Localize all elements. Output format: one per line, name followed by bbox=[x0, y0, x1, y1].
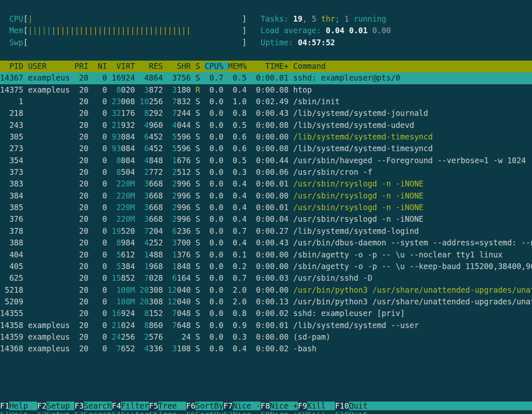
gap bbox=[191, 144, 195, 153]
process-row[interactable]: 5218 20 0 108M 20308 12040 S 0.0 2.0 0:0… bbox=[0, 284, 532, 296]
fkey-item-f9[interactable]: F9Kill bbox=[298, 402, 335, 410]
f9-key-label: F9 bbox=[298, 402, 307, 410]
virt-cell: 084 bbox=[121, 156, 135, 165]
gap bbox=[191, 86, 195, 94]
process-row[interactable]: 243 20 0 21932 4960 4044 S 0.0 0.5 0:00.… bbox=[0, 120, 532, 131]
gap bbox=[191, 191, 195, 200]
state-cell: S bbox=[195, 132, 200, 141]
res-cell: 4 bbox=[135, 156, 149, 165]
shr-cell: 596 bbox=[177, 132, 191, 141]
fkey-item-f10[interactable]: F10Quit bbox=[335, 402, 377, 410]
process-row[interactable]: 385 20 0 220M 3668 2996 S 0.0 0.4 0:00.0… bbox=[0, 202, 532, 213]
shr-cell: 24 bbox=[163, 333, 191, 341]
user-cell bbox=[28, 97, 74, 106]
pid-cell: 14355 bbox=[0, 309, 28, 318]
process-table-header[interactable]: PID USER PRI NI VIRT RES SHR S CPU% MEM%… bbox=[0, 61, 532, 72]
tasks-summary-segment: ; bbox=[335, 15, 344, 23]
shr-cell: 2 bbox=[163, 179, 177, 188]
process-row[interactable]: 14368 exampleus 20 0 7652 4336 3108 S 0.… bbox=[0, 343, 532, 355]
ni-cell: 0 bbox=[89, 250, 107, 259]
cpu-mem-time-cells: 0.0 0.5 0:00.08 bbox=[200, 121, 293, 130]
process-row[interactable]: 14367 exampleus 20 0 16924 4864 3756 S 0… bbox=[0, 72, 532, 84]
fkey-item-f3[interactable]: F3Search bbox=[74, 402, 112, 410]
meter-empty-space bbox=[32, 15, 242, 23]
user-cell bbox=[28, 191, 74, 200]
shr-cell: 2 bbox=[163, 203, 177, 212]
pid-cell: 376 bbox=[0, 215, 28, 223]
pid-cell: 384 bbox=[0, 191, 28, 200]
shr-cell: 1 bbox=[163, 250, 177, 259]
shr-cell: 2 bbox=[163, 215, 177, 223]
shr-cell: 376 bbox=[177, 250, 191, 259]
sort-column-cpu[interactable]: CPU% bbox=[205, 62, 228, 71]
pid-cell: 273 bbox=[0, 144, 28, 153]
process-row[interactable]: 405 20 0 5384 1968 1848 S 0.0 0.2 0:00.0… bbox=[0, 261, 532, 272]
process-row[interactable]: 14359 exampleus 20 0 24256 2576 24 S 0.0… bbox=[0, 331, 532, 343]
process-row[interactable]: 354 20 0 8084 4848 1676 S 0.0 0.5 0:00.4… bbox=[0, 155, 532, 167]
res-cell: 772 bbox=[149, 168, 163, 176]
res-cell: 308 bbox=[149, 286, 163, 294]
user-cell bbox=[28, 274, 74, 282]
process-row[interactable]: 376 20 0 220M 3668 2996 S 0.0 0.4 0:00.0… bbox=[0, 213, 532, 225]
res-cell: 488 bbox=[149, 250, 163, 259]
process-row[interactable]: 14358 exampleus 20 0 21024 8860 7648 S 0… bbox=[0, 320, 532, 331]
command-cell: /usr/bin/dbus-daemon --system --address=… bbox=[293, 238, 532, 247]
res-cell: 452 bbox=[149, 132, 163, 141]
fkey-item-f4[interactable]: F4Filter bbox=[112, 402, 149, 410]
process-row[interactable]: 404 20 0 5612 1488 1376 S 0.0 0.1 0:00.0… bbox=[0, 249, 532, 261]
shr-cell: 236 bbox=[177, 227, 191, 235]
cpu-mem-time-cells: 0.0 0.5 0:00.44 bbox=[200, 156, 293, 165]
process-row[interactable]: 14375 exampleus 20 0 8020 3872 3180 R 0.… bbox=[0, 84, 532, 96]
virt-cell: 008 bbox=[121, 97, 135, 106]
fkey-item-f8[interactable]: F8Nice + bbox=[261, 402, 298, 410]
pid-cell: 404 bbox=[0, 250, 28, 259]
ni-cell: 0 bbox=[89, 191, 107, 200]
pid-cell: 243 bbox=[0, 121, 28, 130]
state-cell: S bbox=[195, 203, 200, 212]
process-row[interactable]: 383 20 0 220M 3668 2996 S 0.0 0.4 0:00.0… bbox=[0, 178, 532, 190]
pri-cell: 20 bbox=[74, 309, 89, 318]
gap bbox=[191, 168, 195, 176]
process-row[interactable]: 625 20 0 15852 7028 6164 S 0.0 0.7 0:00.… bbox=[0, 272, 532, 284]
shr-cell: 832 bbox=[177, 97, 191, 106]
ni-cell: 0 bbox=[89, 121, 107, 130]
process-row[interactable]: 305 20 0 93084 6452 5596 S 0.0 0.6 0:00.… bbox=[0, 131, 532, 143]
shr-cell: 700 bbox=[177, 238, 191, 247]
f5-action-label: Tree bbox=[158, 402, 186, 410]
meter-close-bracket: ] bbox=[242, 26, 246, 35]
ni-cell: 0 bbox=[89, 203, 107, 212]
process-row[interactable]: 14355 20 0 16924 8152 7048 S 0.0 0.8 0:0… bbox=[0, 308, 532, 319]
process-row[interactable]: 5209 20 0 108M 20308 12040 S 0.0 2.0 0:0… bbox=[0, 296, 532, 308]
state-cell: S bbox=[195, 156, 200, 165]
state-cell: S bbox=[195, 191, 200, 200]
process-row[interactable]: 1 20 0 23008 10256 7832 S 0.0 1.0 0:02.4… bbox=[0, 96, 532, 108]
fkey-item-f2[interactable]: F2Setup bbox=[37, 402, 75, 410]
command-cell: /lib/systemd/systemd --user bbox=[293, 321, 419, 330]
virt-cell: 612 bbox=[121, 250, 135, 259]
meter-close-bracket: ] bbox=[242, 15, 246, 23]
shr-cell: 512 bbox=[177, 168, 191, 176]
process-row[interactable]: 218 20 0 32176 8292 7244 S 0.0 0.8 0:00.… bbox=[0, 108, 532, 119]
command-cell: -bash bbox=[293, 344, 316, 353]
process-row[interactable]: 378 20 0 19520 7204 6236 S 0.0 0.7 0:00.… bbox=[0, 225, 532, 237]
res-cell: 7 bbox=[135, 274, 149, 282]
pri-cell: 20 bbox=[74, 73, 89, 82]
res-cell: 152 bbox=[149, 309, 163, 318]
cpu-meter-bars-green: | bbox=[28, 15, 32, 23]
res-cell: 4 bbox=[135, 344, 149, 353]
virt-cell: 924 bbox=[121, 73, 135, 82]
fkey-item-f1[interactable]: F1Help bbox=[0, 402, 37, 410]
process-row[interactable]: 384 20 0 220M 3668 2996 S 0.0 0.4 0:00.0… bbox=[0, 190, 532, 202]
gap bbox=[246, 15, 261, 23]
fkey-item-f7[interactable]: F7Nice - bbox=[223, 402, 261, 410]
command-cell: /usr/sbin/rsyslogd -n -iNONE bbox=[293, 215, 423, 223]
process-row[interactable]: 373 20 0 8504 2772 2512 S 0.0 0.3 0:00.0… bbox=[0, 167, 532, 178]
res-cell: 1 bbox=[135, 250, 149, 259]
process-row[interactable]: 388 20 0 8984 4252 3700 S 0.0 0.4 0:00.4… bbox=[0, 237, 532, 249]
process-row[interactable]: 273 20 0 93084 6452 5596 S 0.0 0.6 0:00.… bbox=[0, 143, 532, 154]
column-headers-left: PID USER PRI NI VIRT RES SHR S bbox=[0, 62, 205, 71]
pri-cell: 20 bbox=[74, 132, 89, 141]
fkey-item-f6[interactable]: F6SortBy bbox=[186, 402, 224, 410]
res-cell: 028 bbox=[149, 274, 163, 282]
fkey-item-f5[interactable]: F5Tree bbox=[149, 402, 186, 410]
